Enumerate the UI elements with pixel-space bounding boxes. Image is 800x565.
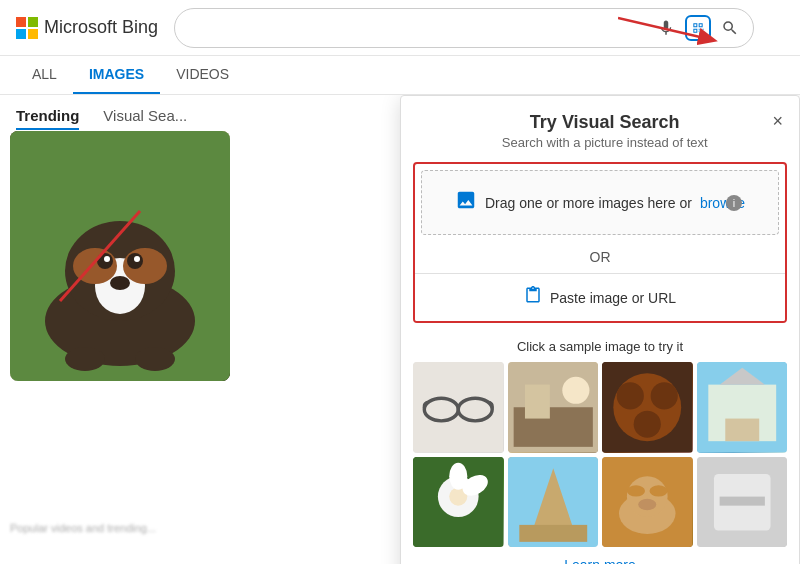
red-line-annotation — [10, 131, 230, 381]
dog-image-bg — [10, 131, 230, 381]
search-input[interactable] — [187, 19, 647, 37]
svg-point-47 — [638, 498, 656, 509]
tab-images[interactable]: IMAGES — [73, 56, 160, 94]
tab-videos[interactable]: VIDEOS — [160, 56, 245, 94]
trending-label: Trending — [16, 107, 79, 130]
logo-red — [16, 17, 26, 27]
panel-title-group: Try Visual Search Search with a picture … — [437, 112, 772, 150]
blurred-text: Popular videos and trending... — [10, 522, 156, 534]
sample-image-sunglasses[interactable] — [413, 362, 504, 453]
bing-logo-grid — [16, 17, 38, 39]
svg-rect-50 — [719, 496, 764, 505]
drop-zone-content: Drag one or more images here or browse — [455, 189, 745, 216]
svg-point-28 — [651, 382, 678, 409]
drag-text: Drag one or more images here or — [485, 195, 692, 211]
panel-title: Try Visual Search — [437, 112, 772, 133]
main-content: Trending Visual Sea... Popular animal se… — [0, 95, 800, 564]
sample-image-landmark[interactable] — [508, 457, 599, 548]
drop-zone[interactable]: Drag one or more images here or browse i — [421, 170, 779, 235]
microphone-button[interactable] — [655, 17, 677, 39]
sample-images-grid — [413, 362, 787, 547]
drop-zone-row: Drag one or more images here or browse i — [438, 189, 762, 216]
info-icon[interactable]: i — [726, 195, 742, 211]
dog-image — [10, 131, 230, 381]
svg-line-16 — [60, 211, 140, 301]
sample-image-coffee[interactable] — [602, 362, 693, 453]
logo-blue — [16, 29, 26, 39]
learn-more-link[interactable]: Learn more — [564, 557, 636, 564]
bing-logo-text: Microsoft Bing — [44, 17, 158, 38]
svg-point-45 — [627, 485, 645, 496]
svg-rect-41 — [519, 524, 587, 541]
search-bar — [174, 8, 754, 48]
logo-yellow — [28, 29, 38, 39]
close-button[interactable]: × — [772, 112, 783, 130]
drop-zone-wrapper: Drag one or more images here or browse i… — [413, 162, 787, 323]
sample-title: Click a sample image to try it — [413, 339, 787, 354]
or-divider: OR — [415, 241, 785, 273]
panel-subtitle: Search with a picture instead of text — [437, 135, 772, 150]
paste-text: Paste image or URL — [550, 290, 676, 306]
svg-point-24 — [562, 377, 589, 404]
visual-search-button[interactable] — [685, 15, 711, 41]
search-bar-icons — [655, 15, 741, 41]
svg-point-27 — [617, 382, 644, 409]
svg-point-29 — [634, 411, 661, 438]
sample-image-flower[interactable] — [413, 457, 504, 548]
svg-rect-23 — [524, 385, 549, 419]
svg-rect-32 — [725, 419, 759, 442]
tab-all[interactable]: ALL — [16, 56, 73, 94]
paste-row[interactable]: Paste image or URL — [415, 273, 785, 321]
sample-image-metal[interactable] — [697, 457, 788, 548]
panel-header: Try Visual Search Search with a picture … — [401, 96, 799, 154]
svg-point-46 — [650, 485, 668, 496]
sample-image-room[interactable] — [508, 362, 599, 453]
header: Microsoft Bing — [0, 0, 800, 56]
paste-icon — [524, 286, 542, 309]
bing-logo: Microsoft Bing — [16, 17, 158, 39]
sample-image-dog[interactable] — [602, 457, 693, 548]
drag-images-icon — [455, 189, 477, 216]
search-button[interactable] — [719, 17, 741, 39]
visual-search-label: Visual Sea... — [103, 107, 187, 130]
nav-tabs: ALL IMAGES VIDEOS — [0, 56, 800, 95]
svg-point-44 — [627, 476, 668, 517]
logo-green — [28, 17, 38, 27]
sample-image-building[interactable] — [697, 362, 788, 453]
sample-section: Click a sample image to try it — [401, 331, 799, 564]
visual-search-panel: Try Visual Search Search with a picture … — [400, 95, 800, 564]
